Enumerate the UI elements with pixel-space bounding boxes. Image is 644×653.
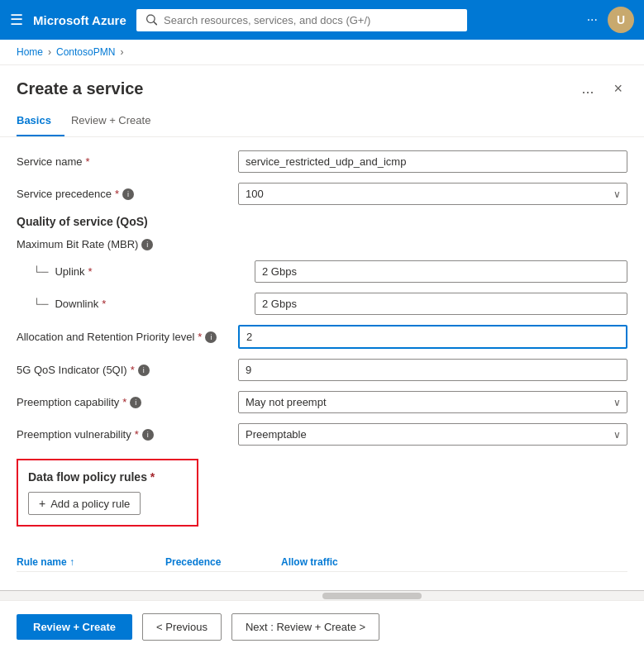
tab-basics[interactable]: Basics <box>17 106 64 136</box>
next-button[interactable]: Next : Review + Create > <box>231 613 379 641</box>
qos-5qi-info-icon[interactable]: i <box>138 365 150 376</box>
form-content: Service name * Service precedence * i 10… <box>0 137 644 584</box>
plus-icon: + <box>39 497 45 510</box>
col-precedence[interactable]: Precedence <box>165 556 281 568</box>
review-create-button[interactable]: Review + Create <box>17 614 132 640</box>
preemption-cap-row: Preemption capability * i May not preemp… <box>17 391 627 413</box>
header-actions: ... × <box>576 79 627 99</box>
tab-review-create[interactable]: Review + Create <box>71 106 164 136</box>
preemption-cap-info-icon[interactable]: i <box>130 397 141 408</box>
preemption-cap-select-wrapper: May not preempt <box>238 391 627 413</box>
add-policy-label: Add a policy rule <box>50 498 130 510</box>
uplink-input[interactable] <box>255 260 627 283</box>
scroll-thumb <box>322 593 422 599</box>
mbr-label: Maximum Bit Rate (MBR) i <box>17 238 231 250</box>
preemption-vuln-select[interactable]: Preemptable <box>238 423 627 446</box>
qos-section-title: Quality of service (QoS) <box>17 215 627 228</box>
mbr-info-icon[interactable]: i <box>141 239 153 250</box>
allocation-label: Allocation and Retention Priority level … <box>17 331 231 343</box>
preemption-vuln-label: Preemption vulnerability * i <box>17 428 231 441</box>
app-title: Microsoft Azure <box>33 13 126 27</box>
preemption-cap-select[interactable]: May not preempt <box>238 391 627 413</box>
qos-5qi-label: 5G QoS Indicator (5QI) * i <box>17 364 231 376</box>
service-name-row: Service name * <box>17 150 627 173</box>
service-precedence-row: Service precedence * i 100 <box>17 183 627 205</box>
preemption-vuln-select-wrapper: Preemptable <box>238 423 627 446</box>
service-name-label: Service name * <box>17 155 231 168</box>
preemption-cap-label: Preemption capability * i <box>17 396 231 408</box>
col-rule-name[interactable]: Rule name ↑ <box>17 556 165 568</box>
policy-rules-title: Data flow policy rules * <box>28 470 187 484</box>
close-button[interactable]: × <box>608 79 627 99</box>
main-container: Create a service ... × Basics Review + C… <box>0 65 644 651</box>
policy-rules-required: * <box>150 470 155 484</box>
uplink-label: └─ Uplink * <box>33 265 248 278</box>
nav-right-actions: ··· U <box>587 7 634 33</box>
page-title: Create a service <box>17 79 143 98</box>
previous-button[interactable]: < Previous <box>142 613 222 641</box>
uplink-row: └─ Uplink * <box>17 260 627 283</box>
downlink-label: └─ Downlink * <box>33 298 248 310</box>
downlink-row: └─ Downlink * <box>17 293 627 315</box>
page-header: Create a service ... × <box>0 65 644 99</box>
allocation-input[interactable] <box>238 325 627 349</box>
service-name-required: * <box>85 155 89 168</box>
breadcrumb: Home › ContosoPMN › <box>0 40 644 65</box>
policy-rules-container: Data flow policy rules * + Add a policy … <box>17 459 627 572</box>
preemption-vuln-info-icon[interactable]: i <box>142 429 154 441</box>
breadcrumb-sep2: › <box>120 46 123 58</box>
qos-5qi-row: 5G QoS Indicator (5QI) * i <box>17 359 627 381</box>
policy-rules-section: Data flow policy rules * + Add a policy … <box>17 459 198 527</box>
bottom-bar: Review + Create < Previous Next : Review… <box>0 600 644 651</box>
allocation-info-icon[interactable]: i <box>205 331 217 343</box>
search-bar[interactable] <box>136 9 467 31</box>
preemption-vuln-row: Preemption vulnerability * i Preemptable <box>17 423 627 446</box>
breadcrumb-parent[interactable]: ContosoPMN <box>56 46 115 58</box>
top-nav: ☰ Microsoft Azure ··· U <box>0 0 644 40</box>
breadcrumb-sep1: › <box>48 46 51 58</box>
tabs: Basics Review + Create <box>0 106 644 137</box>
allocation-row: Allocation and Retention Priority level … <box>17 325 627 349</box>
hamburger-icon[interactable]: ☰ <box>10 11 23 29</box>
table-header: Rule name ↑ Precedence Allow traffic <box>17 550 627 572</box>
service-precedence-select-wrapper: 100 <box>238 183 627 205</box>
mbr-row: Maximum Bit Rate (MBR) i <box>17 238 627 250</box>
downlink-input[interactable] <box>255 293 627 315</box>
avatar[interactable]: U <box>608 7 634 33</box>
service-precedence-info-icon[interactable]: i <box>122 188 134 200</box>
qos-5qi-input[interactable] <box>238 359 627 381</box>
add-policy-rule-button[interactable]: + Add a policy rule <box>28 492 141 515</box>
service-name-input[interactable] <box>238 150 627 173</box>
search-input[interactable] <box>164 14 457 26</box>
more-icon[interactable]: ··· <box>587 12 598 27</box>
search-icon <box>146 14 157 26</box>
service-precedence-label: Service precedence * i <box>17 188 231 200</box>
col-allow-traffic[interactable]: Allow traffic <box>281 556 627 568</box>
service-precedence-select[interactable]: 100 <box>238 183 627 205</box>
ellipsis-button[interactable]: ... <box>576 79 599 99</box>
breadcrumb-home[interactable]: Home <box>17 46 43 58</box>
scroll-indicator <box>0 590 644 600</box>
